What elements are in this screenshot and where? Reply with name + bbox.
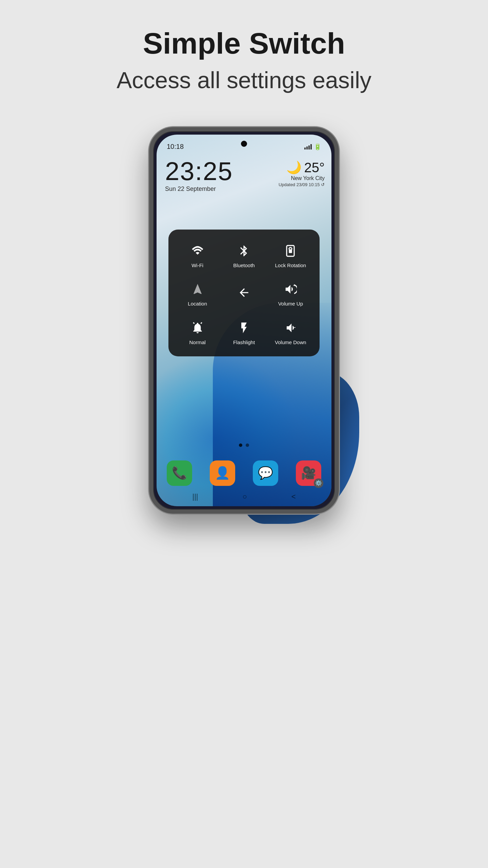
app-phone[interactable]: 📞: [167, 460, 192, 486]
nav-home[interactable]: ○: [242, 492, 247, 501]
flashlight-label: Flashlight: [233, 339, 255, 346]
location-icon: [189, 281, 206, 298]
pagination-dots: [239, 443, 249, 447]
normal-label: Normal: [189, 339, 205, 346]
nav-back[interactable]: <: [291, 492, 296, 501]
messages-app-icon: 💬: [258, 466, 273, 480]
settings-badge: ⚙️: [314, 478, 323, 488]
svg-line-5: [201, 322, 202, 323]
svg-text:−: −: [293, 325, 296, 330]
camera-notch: [241, 141, 247, 147]
control-grid: Wi-Fi Bluetooth: [175, 236, 313, 350]
bell-icon: [189, 319, 206, 336]
location-label: Location: [188, 300, 207, 307]
lock-rotation-label: Lock Rotation: [275, 262, 306, 269]
dot-1: [239, 443, 242, 447]
clock-date: Sun 22 September: [165, 185, 233, 193]
clock-time: 23:25: [165, 158, 233, 184]
control-bluetooth[interactable]: Bluetooth: [222, 236, 266, 273]
status-icons: 🔋: [304, 143, 321, 151]
svg-line-4: [193, 322, 194, 323]
dot-2: [246, 443, 249, 447]
weather-moon-icon: 🌙: [286, 160, 302, 175]
weather-temp: 25°: [304, 160, 325, 175]
signal-bars: [304, 144, 312, 150]
page-title: Simple Switch: [143, 27, 345, 60]
phone-app-icon: 📞: [172, 466, 187, 480]
control-back[interactable]: [222, 275, 266, 311]
page-subtitle: Access all settings easily: [117, 67, 371, 93]
bluetooth-icon: [236, 242, 252, 259]
flashlight-icon: [236, 319, 252, 336]
phone-screen: 10:18 🔋 23:25 Sun 22 September: [157, 135, 331, 506]
weather-widget: 🌙 25° New York City Updated 23/09 10:15 …: [279, 160, 325, 187]
weather-updated: Updated 23/09 10:15 ↺: [279, 182, 325, 187]
status-time: 10:18: [167, 143, 184, 151]
wifi-icon: [189, 242, 206, 259]
control-normal[interactable]: Normal: [175, 313, 220, 350]
volume-up-icon: +: [282, 281, 299, 298]
lock-rotation-icon: [282, 242, 299, 259]
app-settings[interactable]: 🎥 ⚙️: [296, 460, 321, 486]
nav-recent[interactable]: |||: [192, 492, 198, 501]
control-location[interactable]: Location: [175, 275, 220, 311]
phone-mockup: 10:18 🔋 23:25 Sun 22 September: [149, 127, 339, 514]
weather-city: New York City: [279, 175, 325, 181]
app-messages[interactable]: 💬: [253, 460, 278, 486]
control-volume-down[interactable]: − Volume Down: [268, 313, 313, 350]
wifi-label: Wi-Fi: [191, 262, 203, 269]
back-arrow-icon: [236, 284, 252, 301]
contacts-app-icon: 👤: [215, 466, 230, 480]
settings-app-icon: 🎥: [301, 466, 316, 480]
volume-down-icon: −: [282, 319, 299, 336]
phone-frame: 10:18 🔋 23:25 Sun 22 September: [149, 127, 339, 514]
svg-text:+: +: [293, 283, 296, 287]
control-lock-rotation[interactable]: Lock Rotation: [268, 236, 313, 273]
clock-widget: 23:25 Sun 22 September: [165, 158, 233, 193]
control-flashlight[interactable]: Flashlight: [222, 313, 266, 350]
control-wifi[interactable]: Wi-Fi: [175, 236, 220, 273]
app-dock: 📞 👤 💬 🎥 ⚙️: [167, 460, 321, 486]
bluetooth-label: Bluetooth: [233, 262, 255, 269]
control-volume-up[interactable]: + Volume Up: [268, 275, 313, 311]
battery-icon: 🔋: [314, 143, 321, 151]
weather-top: 🌙 25°: [279, 160, 325, 175]
control-panel: Wi-Fi Bluetooth: [168, 230, 320, 357]
volume-up-label: Volume Up: [278, 300, 303, 307]
app-contacts[interactable]: 👤: [210, 460, 235, 486]
nav-bar: ||| ○ <: [157, 492, 331, 501]
volume-down-label: Volume Down: [275, 339, 306, 346]
